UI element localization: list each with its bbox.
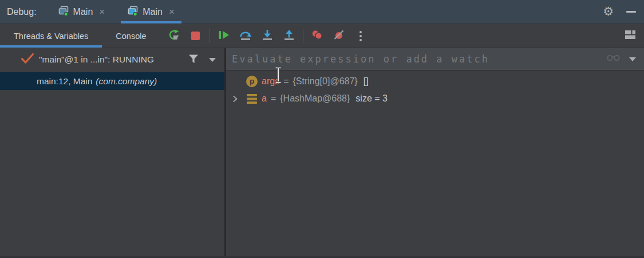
mute-breakpoints-button[interactable]	[331, 28, 347, 44]
variable-name: a	[262, 93, 267, 104]
thread-running-check-icon	[21, 53, 34, 67]
close-tab-icon[interactable]: ×	[99, 7, 105, 17]
hide-window-icon[interactable]	[626, 11, 636, 13]
expand-chevron-icon[interactable]	[226, 95, 246, 103]
tab-label: Threads & Variables	[14, 32, 88, 41]
watches-glasses-icon[interactable]	[607, 54, 621, 64]
equals-sign: =	[271, 93, 276, 104]
tab-label: Main	[73, 7, 93, 17]
variable-reference: {String[0]@687}	[293, 76, 357, 87]
toolbar-separator	[210, 29, 210, 43]
tab-threads-variables[interactable]: Threads & Variables	[0, 24, 102, 48]
rerun-icon	[168, 29, 180, 43]
resume-icon	[218, 30, 230, 42]
window-bottom-edge	[0, 256, 644, 258]
filter-frames-icon[interactable]	[188, 54, 199, 66]
debugger-window-icon	[128, 6, 138, 18]
step-out-icon	[283, 29, 295, 43]
frame-location: main:12, Main	[37, 76, 92, 87]
thread-selector-row[interactable]: "main"@1 in ...in": RUNNING	[0, 48, 224, 71]
step-out-button[interactable]	[281, 28, 297, 44]
mute-breakpoints-icon	[333, 29, 345, 43]
stop-icon	[191, 32, 200, 40]
toolbar-separator	[303, 29, 303, 43]
close-tab-icon[interactable]: ×	[169, 7, 175, 17]
parameter-icon: p	[246, 76, 258, 87]
tab-label: Main	[143, 7, 163, 17]
step-over-icon	[239, 29, 252, 43]
thread-status-text: "main"@1 in ...in": RUNNING	[39, 54, 154, 65]
window-title: Debug:	[7, 7, 37, 17]
rerun-button[interactable]	[166, 28, 182, 44]
evaluate-placeholder: Evaluate expression or add a watch	[232, 53, 489, 65]
variable-reference: {HashMap@688}	[280, 93, 350, 104]
more-options-button[interactable]	[353, 28, 369, 44]
variable-summary: size = 3	[355, 93, 388, 104]
variable-icon	[246, 93, 258, 104]
debug-tool-window: Debug: Main × Main ×	[0, 0, 644, 258]
evaluate-expression-field[interactable]: Evaluate expression or add a watch	[226, 48, 644, 71]
text-cursor-pointer-icon	[274, 67, 283, 86]
debug-session-tab-2[interactable]: Main ×	[121, 0, 181, 24]
frame-package: (com.company)	[96, 76, 157, 87]
step-into-icon	[262, 29, 273, 43]
layout-settings-button[interactable]	[622, 28, 638, 44]
variable-row-args[interactable]: p args = {String[0]@687} []	[226, 73, 644, 90]
stop-button[interactable]	[188, 28, 204, 44]
resume-button[interactable]	[216, 28, 232, 44]
more-options-icon	[359, 31, 362, 41]
tab-console[interactable]: Console	[102, 24, 160, 48]
debugger-content: "main"@1 in ...in": RUNNING main:12, Mai…	[0, 48, 644, 256]
step-over-button[interactable]	[238, 28, 254, 44]
thread-dropdown-icon[interactable]	[209, 58, 216, 62]
equals-sign: =	[283, 76, 289, 87]
frames-panel: "main"@1 in ...in": RUNNING main:12, Mai…	[0, 48, 224, 256]
variables-panel: Evaluate expression or add a watch	[226, 48, 644, 256]
variable-row-a[interactable]: a = {HashMap@688} size = 3	[226, 90, 644, 107]
debugger-toolbar: Threads & Variables Console	[0, 24, 644, 48]
titlebar: Debug: Main × Main ×	[0, 0, 644, 24]
settings-gear-icon[interactable]: ⚙	[603, 6, 614, 18]
step-into-button[interactable]	[259, 28, 275, 44]
debugger-window-icon	[58, 6, 69, 18]
stack-frame-row-selected[interactable]: main:12, Main (com.company)	[0, 72, 224, 90]
layout-settings-icon	[625, 30, 636, 42]
view-breakpoints-icon	[311, 29, 323, 43]
variable-summary: []	[364, 76, 369, 87]
evaluate-dropdown-icon[interactable]	[629, 57, 636, 61]
debug-session-tab-1[interactable]: Main ×	[52, 0, 112, 24]
tab-label: Console	[116, 32, 146, 41]
view-breakpoints-button[interactable]	[309, 28, 325, 44]
